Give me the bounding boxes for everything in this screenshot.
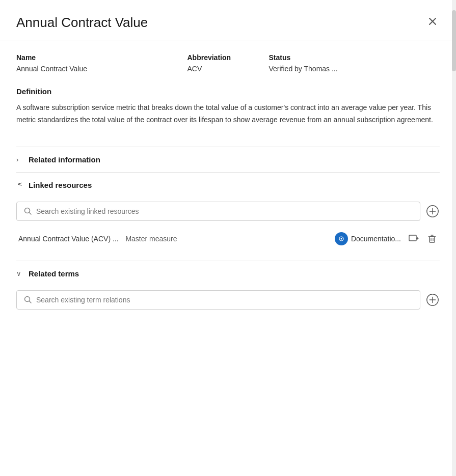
main-content: Name Annual Contract Value Abbreviation … — [0, 53, 456, 326]
linked-item-right: Documentatio... — [335, 232, 438, 245]
window-add-icon — [408, 233, 419, 244]
svg-rect-10 — [409, 235, 416, 241]
field-abbreviation: Abbreviation ACV — [187, 53, 269, 73]
related-terms-search-box[interactable] — [16, 290, 420, 310]
linked-resources-header[interactable]: ∨ Linked resources — [16, 172, 440, 198]
header-divider — [0, 41, 456, 41]
linked-resources-search-box[interactable] — [16, 202, 420, 221]
related-terms-title: Related terms — [29, 269, 79, 278]
related-information-chevron: › — [16, 156, 23, 163]
related-terms-add-button[interactable] — [425, 293, 440, 307]
related-information-header[interactable]: › Related information — [16, 147, 440, 172]
related-terms-search-row — [16, 290, 440, 310]
related-information-section: › Related information — [16, 147, 440, 172]
delete-button[interactable] — [426, 233, 438, 244]
related-information-title: Related information — [29, 155, 100, 164]
linked-resources-search-row — [16, 202, 440, 221]
field-name: Name Annual Contract Value — [16, 53, 187, 73]
abbreviation-label: Abbreviation — [187, 53, 269, 62]
linked-resources-chevron: ∨ — [16, 181, 24, 188]
related-terms-section: ∨ Related terms — [16, 261, 440, 326]
search-icon-terms — [24, 296, 32, 304]
linked-resources-search-input[interactable] — [36, 207, 413, 215]
doc-icon — [335, 232, 348, 245]
panel-header: Annual Contract Value — [0, 0, 456, 41]
scrollbar-track[interactable] — [452, 0, 456, 476]
status-value: Verified by Thomas ... — [269, 65, 440, 73]
related-terms-body — [16, 286, 440, 326]
linked-item-name: Annual Contract Value (ACV) ... — [18, 235, 119, 243]
linked-resources-add-button[interactable] — [425, 204, 440, 218]
svg-point-9 — [340, 238, 342, 239]
field-status: Status Verified by Thomas ... — [269, 53, 440, 73]
close-icon — [427, 16, 438, 26]
linked-resources-body: Annual Contract Value (ACV) ... Master m… — [16, 198, 440, 261]
svg-line-19 — [30, 301, 32, 303]
name-label: Name — [16, 53, 187, 62]
svg-rect-13 — [430, 237, 435, 242]
definition-text: A software subscription service metric t… — [16, 102, 440, 126]
panel-title: Annual Contract Value — [16, 15, 148, 31]
abbreviation-value: ACV — [187, 65, 269, 73]
linked-item-type: Master measure — [122, 235, 177, 243]
panel: Annual Contract Value Name Annual Contra… — [0, 0, 456, 476]
definition-label: Definition — [16, 87, 440, 96]
add-circle-icon — [425, 204, 440, 218]
documentation-badge[interactable]: Documentatio... — [335, 232, 401, 245]
search-icon — [24, 207, 32, 215]
related-terms-chevron: ∨ — [16, 270, 23, 277]
add-circle-icon-terms — [425, 293, 440, 307]
linked-item-row: Annual Contract Value (ACV) ... Master m… — [16, 227, 440, 250]
linked-resources-section: ∨ Linked resources — [16, 172, 440, 261]
linked-resources-title: Linked resources — [29, 181, 92, 189]
status-label: Status — [269, 53, 440, 62]
svg-line-3 — [30, 212, 32, 214]
document-icon — [338, 235, 345, 242]
scrollbar-thumb[interactable] — [452, 10, 456, 71]
trash-icon — [426, 233, 438, 244]
close-button[interactable] — [425, 14, 440, 31]
definition-section: Definition A software subscription servi… — [16, 87, 440, 126]
linked-item-left: Annual Contract Value (ACV) ... Master m… — [18, 235, 177, 243]
related-terms-header[interactable]: ∨ Related terms — [16, 261, 440, 286]
fields-row: Name Annual Contract Value Abbreviation … — [16, 53, 440, 73]
window-add-button[interactable] — [408, 233, 419, 244]
doc-label: Documentatio... — [351, 235, 401, 243]
related-terms-search-input[interactable] — [36, 296, 413, 304]
name-value: Annual Contract Value — [16, 65, 187, 73]
